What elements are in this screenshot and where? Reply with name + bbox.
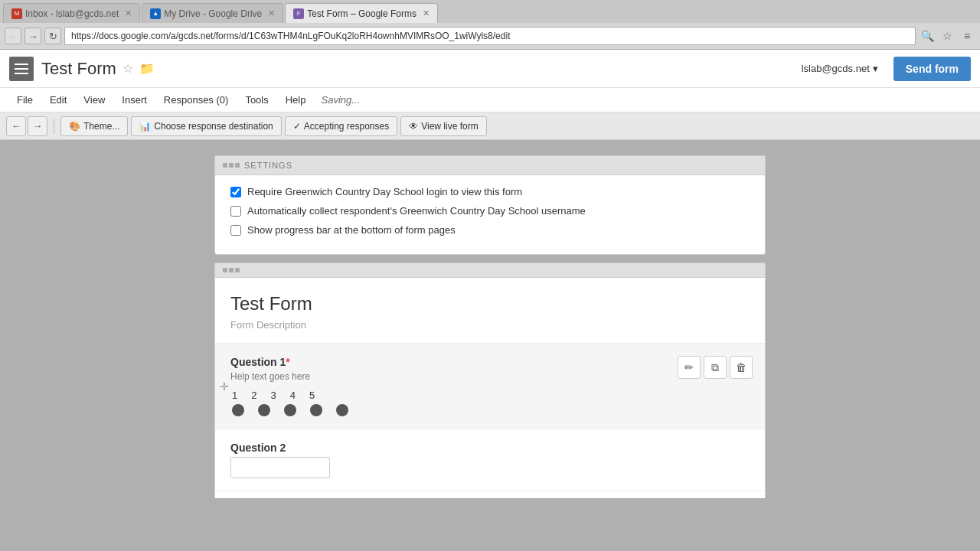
- collect-username-label: Automatically collect respondent's Green…: [247, 205, 586, 217]
- live-form-label: View live form: [421, 121, 478, 132]
- accepting-label: Accepting responses: [304, 121, 389, 132]
- search-icon[interactable]: 🔍: [919, 28, 936, 44]
- main-content: SETTINGS Require Greenwich Country Day S…: [0, 140, 980, 498]
- form-title-area: Test Form Form Description: [215, 278, 765, 344]
- add-item-row: Add item ▾: [215, 491, 765, 498]
- collect-username-row: Automatically collect respondent's Green…: [230, 205, 750, 217]
- tab-drive-label: My Drive - Google Drive: [164, 8, 262, 19]
- url-text: https://docs.google.com/a/gcds.net/forms…: [71, 31, 510, 41]
- app-header: Test Form ☆ 📁 lslab@gcds.net ▾ Send form: [0, 50, 980, 88]
- question-1-help: Help text goes here: [230, 371, 750, 382]
- menu-insert[interactable]: Insert: [114, 91, 155, 109]
- edit-question-button[interactable]: ✏: [678, 356, 701, 379]
- scale-radio-4[interactable]: [310, 404, 322, 416]
- theme-icon: 🎨: [69, 121, 80, 132]
- scale-radio-5[interactable]: [336, 404, 348, 416]
- question-2-input[interactable]: [230, 457, 330, 478]
- question-2-label: Question 2: [230, 442, 750, 454]
- user-email: lslab@gcds.net ▾: [802, 63, 878, 74]
- toolbar: ← → 🎨 Theme... 📊 Choose response destina…: [0, 112, 980, 140]
- tab-gmail-label: Inbox - lslab@gcds.net: [25, 8, 119, 19]
- question-1-block: ✛ Question 1* Help text goes here 1 2 3 …: [215, 344, 765, 429]
- undo-button[interactable]: ←: [6, 116, 26, 136]
- settings-panel-body: Require Greenwich Country Day School log…: [215, 175, 765, 254]
- choose-dest-label: Choose response destination: [154, 121, 273, 132]
- forward-button[interactable]: →: [24, 28, 41, 44]
- scale-radios: [230, 404, 750, 416]
- menu-help[interactable]: Help: [278, 91, 314, 109]
- required-asterisk: *: [286, 356, 289, 368]
- eye-icon: 👁: [409, 121, 418, 132]
- tab-close-gmail[interactable]: ✕: [125, 8, 132, 18]
- require-login-row: Require Greenwich Country Day School log…: [230, 186, 750, 197]
- choose-dest-button[interactable]: 📊 Choose response destination: [131, 116, 281, 136]
- user-dropdown-icon[interactable]: ▾: [873, 63, 878, 74]
- menu-view[interactable]: View: [76, 91, 113, 109]
- form-title-text: Test Form: [41, 59, 116, 79]
- delete-question-button[interactable]: 🗑: [730, 356, 753, 379]
- spreadsheet-icon: 📊: [139, 121, 151, 132]
- theme-label: Theme...: [83, 121, 119, 132]
- settings-panel-header: SETTINGS: [215, 156, 765, 175]
- email-text: lslab@gcds.net: [802, 63, 870, 74]
- drive-favicon: ▲: [150, 8, 161, 19]
- tab-close-drive[interactable]: ✕: [268, 8, 275, 18]
- address-bar[interactable]: https://docs.google.com/a/gcds.net/forms…: [64, 27, 916, 45]
- form-editor-description[interactable]: Form Description: [215, 319, 765, 344]
- tab-forms[interactable]: F Test Form – Google Forms ✕: [285, 3, 438, 23]
- form-panel: Test Form Form Description ✛ Question 1*…: [214, 262, 766, 498]
- saving-status: Saving...: [321, 94, 360, 106]
- back-button[interactable]: ←: [5, 28, 21, 44]
- require-login-label: Require Greenwich Country Day School log…: [247, 186, 522, 197]
- scale-radio-1[interactable]: [232, 404, 244, 416]
- question-1-label: Question 1*: [230, 356, 750, 368]
- show-progress-row: Show progress bar at the bottom of form …: [230, 224, 750, 236]
- drag-handle-q1[interactable]: ✛: [220, 380, 229, 393]
- settings-panel-label: SETTINGS: [244, 161, 292, 170]
- collect-username-checkbox[interactable]: [230, 206, 241, 217]
- question-2-block: Question 2: [215, 429, 765, 491]
- panel-header-decoration: [223, 163, 240, 168]
- settings-panel: SETTINGS Require Greenwich Country Day S…: [214, 155, 766, 255]
- scale-radio-2[interactable]: [258, 404, 270, 416]
- send-form-button[interactable]: Send form: [893, 57, 971, 81]
- form-panel-header: [215, 263, 765, 278]
- app-title: Test Form ☆ 📁: [41, 59, 794, 79]
- accepting-responses-button[interactable]: ✓ Accepting responses: [285, 116, 397, 136]
- tab-close-forms[interactable]: ✕: [423, 8, 430, 18]
- refresh-button[interactable]: ↻: [44, 28, 61, 44]
- menu-bar: File Edit View Insert Responses (0) Tool…: [0, 88, 980, 112]
- question-1-actions: ✏ ⧉ 🗑: [678, 356, 753, 379]
- scale-radio-3[interactable]: [284, 404, 296, 416]
- forms-favicon: F: [293, 8, 304, 19]
- theme-button[interactable]: 🎨 Theme...: [60, 116, 128, 136]
- live-form-button[interactable]: 👁 View live form: [400, 116, 486, 136]
- require-login-checkbox[interactable]: [230, 187, 241, 197]
- menu-file[interactable]: File: [9, 91, 41, 109]
- redo-button[interactable]: →: [28, 116, 47, 136]
- gmail-favicon: M: [11, 8, 22, 19]
- menu-tools[interactable]: Tools: [237, 91, 276, 109]
- menu-edit[interactable]: Edit: [42, 91, 74, 109]
- menu-icon[interactable]: ≡: [959, 28, 975, 44]
- star-icon[interactable]: ☆: [122, 61, 133, 76]
- form-editor-title[interactable]: Test Form: [215, 278, 765, 319]
- check-icon: ✓: [293, 121, 301, 132]
- tab-forms-label: Test Form – Google Forms: [307, 8, 416, 19]
- show-progress-label: Show progress bar at the bottom of form …: [247, 224, 456, 236]
- duplicate-question-button[interactable]: ⧉: [704, 356, 727, 379]
- scale-numbers: 1 2 3 4 5: [230, 390, 750, 401]
- toolbar-separator-1: [54, 119, 54, 134]
- tab-drive[interactable]: ▲ My Drive - Google Drive ✕: [142, 3, 283, 23]
- folder-icon[interactable]: 📁: [139, 61, 155, 76]
- tab-gmail[interactable]: M Inbox - lslab@gcds.net ✕: [3, 3, 140, 23]
- address-bar-row: ← → ↻ https://docs.google.com/a/gcds.net…: [0, 23, 980, 49]
- menu-responses[interactable]: Responses (0): [156, 91, 237, 109]
- bookmark-icon[interactable]: ☆: [939, 28, 956, 44]
- undo-redo-group: ← →: [6, 116, 47, 136]
- show-progress-checkbox[interactable]: [230, 225, 241, 236]
- hamburger-menu[interactable]: [9, 57, 34, 81]
